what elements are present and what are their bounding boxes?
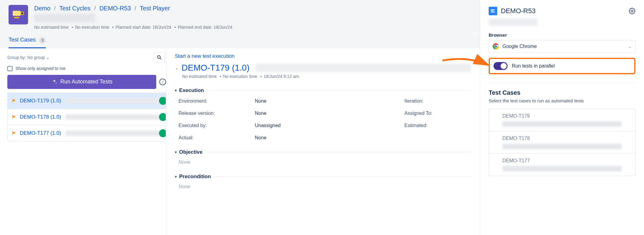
list-item[interactable]: DEMO-T177 — [489, 154, 635, 176]
iteration-value — [456, 98, 471, 104]
svg-rect-3 — [14, 17, 19, 18]
list-item[interactable]: DEMO-T179 — [489, 109, 635, 131]
svg-point-4 — [157, 56, 160, 58]
actual-label: Actual: — [179, 135, 249, 141]
test-case-title-redacted — [65, 98, 163, 104]
list-item[interactable]: DEMO-T177 (1.0) — [8, 125, 166, 141]
chevron-down-icon: ⌄ — [628, 44, 631, 49]
assigned-to-me-label: Show only assigned to me — [16, 66, 65, 71]
detail-title-key[interactable]: DEMO-T179 (1.0) — [182, 63, 250, 73]
tab-count-badge: 3 — [39, 37, 46, 44]
estimated-value — [456, 123, 471, 128]
gear-icon[interactable] — [629, 8, 635, 14]
flag-icon — [11, 130, 17, 136]
detail-title-redacted — [255, 64, 472, 72]
group-by-selector[interactable]: Group by: No group ⌄ — [7, 55, 50, 60]
start-execution-link[interactable]: Start a new test execution — [175, 53, 235, 59]
detail-meta: No estimated time No execution time 18/J… — [182, 74, 471, 79]
sidebar-subtitle-redacted — [489, 18, 537, 26]
sparkle-icon — [51, 79, 57, 85]
sidebar-section-subtitle: Select the test cases to run as automate… — [489, 98, 635, 103]
sidebar-test-case-list: DEMO-T179 DEMO-T178 DEMO-T177 — [489, 109, 635, 176]
sidebar-item-redacted — [502, 121, 622, 127]
chevron-down-icon: ⌄ — [46, 55, 50, 60]
run-config-sidebar: DEMO-R53 Browser Google Chrome ⌄ Run tes… — [480, 0, 644, 235]
test-case-list: DEMO-T179 (1.0) DEMO-T178 (1.0) DEMO-T17… — [7, 93, 166, 141]
breadcrumb-cycle-name[interactable]: Test Player — [140, 5, 170, 12]
svg-point-6 — [631, 10, 633, 12]
sidebar-item-key: DEMO-T177 — [502, 158, 622, 163]
chevron-down-icon[interactable]: ▾ — [175, 150, 177, 154]
assigned-to-me-checkbox[interactable] — [7, 66, 13, 71]
executed-by-label: Executed by: — [179, 123, 249, 128]
test-case-title-redacted — [65, 130, 163, 136]
chrome-icon — [493, 43, 499, 50]
info-icon[interactable]: i — [159, 79, 166, 85]
list-item[interactable]: DEMO-T179 (1.0) — [8, 93, 166, 109]
precondition-value: None — [179, 184, 471, 189]
assigned-to-label: Assigned To: — [404, 111, 450, 116]
plugin-icon — [489, 7, 497, 15]
test-case-key: DEMO-T178 (1.0) — [20, 114, 61, 120]
flag-icon — [11, 114, 17, 120]
sidebar-item-redacted — [502, 166, 622, 171]
environment-value: None — [255, 98, 398, 104]
test-case-detail-panel: Start a new test execution ⌄ DEMO-T179 (… — [166, 48, 480, 235]
test-case-key: DEMO-T179 (1.0) — [20, 98, 61, 104]
cycle-title-redacted — [34, 14, 95, 22]
search-button[interactable] — [154, 52, 165, 63]
sidebar-item-key: DEMO-T178 — [502, 136, 622, 141]
test-case-title-redacted — [65, 114, 163, 120]
section-execution: ▾ Execution Environment: None Iteration:… — [175, 87, 471, 141]
status-badge — [159, 113, 166, 121]
page-header: Demo / Test Cycles / DEMO-R53 / Test Pla… — [0, 0, 480, 34]
header-meta: No estimated time No execution time Plan… — [34, 25, 471, 30]
sidebar-item-redacted — [502, 144, 622, 149]
browser-select[interactable]: Google Chrome ⌄ — [489, 40, 635, 53]
flag-icon — [11, 98, 17, 104]
test-case-key: DEMO-T177 (1.0) — [20, 130, 61, 136]
test-case-list-panel: Group by: No group ⌄ Show only assigned … — [7, 48, 166, 235]
breadcrumb-section[interactable]: Test Cycles — [59, 5, 90, 12]
browser-label: Browser — [489, 32, 635, 38]
release-label: Release version: — [179, 111, 249, 116]
svg-rect-0 — [13, 11, 21, 16]
actual-value: None — [255, 135, 398, 141]
svg-line-5 — [160, 58, 161, 59]
sidebar-item-key: DEMO-T179 — [502, 113, 622, 119]
section-precondition: ▾ Precondition None — [175, 174, 471, 189]
section-objective: ▾ Objective None — [175, 149, 471, 165]
breadcrumb-project[interactable]: Demo — [34, 5, 50, 12]
tab-test-cases[interactable]: Test Cases 3 — [9, 34, 46, 48]
parallel-toggle-highlight: Run tests in parallel — [489, 58, 635, 74]
environment-label: Environment: — [179, 98, 249, 104]
app-icon — [9, 5, 28, 24]
svg-point-2 — [21, 13, 23, 14]
chevron-down-icon[interactable]: ▾ — [175, 88, 177, 93]
svg-point-10 — [495, 46, 497, 47]
sidebar-title: DEMO-R53 — [501, 7, 625, 15]
iteration-label: Iteration: — [404, 98, 450, 104]
search-icon — [157, 55, 162, 60]
chevron-down-icon[interactable]: ⌄ — [175, 65, 179, 70]
sidebar-section-title: Test Cases — [489, 89, 635, 96]
objective-value: None — [179, 160, 471, 165]
run-parallel-label: Run tests in parallel — [512, 63, 555, 69]
run-parallel-toggle[interactable] — [494, 62, 508, 70]
assigned-to-value — [456, 111, 471, 116]
list-item[interactable]: DEMO-T178 (1.0) — [8, 109, 166, 125]
chevron-down-icon[interactable]: ▾ — [175, 174, 177, 179]
executed-by-value: Unassigned — [255, 123, 398, 128]
breadcrumb-cycle[interactable]: DEMO-R53 — [99, 5, 131, 12]
status-badge — [159, 97, 166, 105]
breadcrumb: Demo / Test Cycles / DEMO-R53 / Test Pla… — [34, 5, 471, 12]
run-automated-tests-button[interactable]: Run Automated Tests — [7, 75, 156, 89]
list-item[interactable]: DEMO-T178 — [489, 131, 635, 154]
estimated-label: Estimated: — [404, 123, 450, 128]
tabs: Test Cases 3 — [0, 34, 480, 48]
status-badge — [159, 129, 166, 137]
release-value: None — [255, 111, 398, 116]
